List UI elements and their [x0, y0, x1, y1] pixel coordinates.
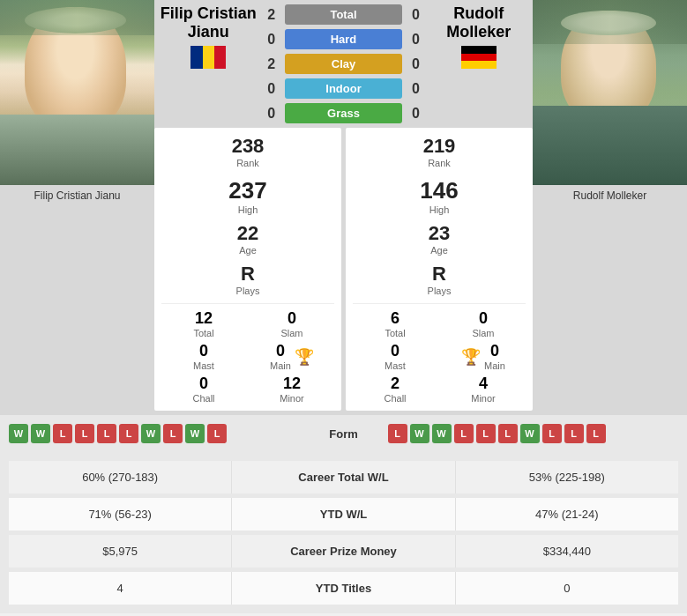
right-mast-label: Mast: [353, 360, 437, 371]
left-minor-value: 12: [250, 375, 334, 393]
right-age-box: 23 Age: [353, 219, 526, 259]
left-photo-area: Filip Cristian Jianu: [0, 0, 154, 411]
flag-stripe-blue: [190, 46, 202, 69]
form-section: WWLLLLWLWL Form LWWLLLWLLL: [0, 415, 687, 452]
right-main-stat: 0 Main: [484, 342, 505, 371]
left-slam-label: Slam: [250, 328, 334, 338]
clay-score-left: 2: [263, 56, 280, 72]
right-slam-label: Slam: [441, 328, 526, 338]
left-slam-stat: 0 Slam: [250, 309, 334, 338]
right-flag: [424, 46, 533, 69]
left-form-badge-3: L: [75, 424, 94, 443]
total-label: Total: [330, 8, 356, 21]
right-form-badge-2: W: [432, 424, 452, 443]
right-main-value: 0: [484, 342, 505, 360]
total-score-right: 0: [407, 7, 424, 23]
right-main-label: Main: [484, 360, 505, 371]
left-minor-stat: 12 Minor: [250, 375, 334, 404]
indoor-score-right: 0: [407, 81, 424, 97]
prize-money-label: Career Prize Money: [231, 535, 455, 568]
right-name-under-text: Rudolf Molleker: [573, 189, 646, 202]
right-form-badge-9: L: [586, 424, 606, 443]
right-form-badge-6: W: [520, 424, 540, 443]
right-player-name: Rudolf Molleker: [424, 4, 533, 123]
right-plays-label: Plays: [353, 286, 526, 296]
flag-stripe-yellow: [203, 46, 214, 69]
right-high-box: 146 High: [353, 174, 526, 219]
right-form-badge-5: L: [498, 424, 518, 443]
left-form-badge-2: L: [53, 424, 72, 443]
left-minor-label: Minor: [250, 393, 334, 404]
left-high-label: High: [161, 204, 334, 215]
left-name-line2: Jianu: [154, 23, 263, 41]
left-trophy-icon: 🏆: [295, 347, 314, 367]
clay-row: 2 Clay 0: [263, 54, 425, 74]
right-total-value: 6: [353, 309, 437, 328]
right-player-photo: [533, 0, 687, 185]
total-badge: Total: [285, 4, 403, 25]
right-chall-stat: 2 Chall: [353, 375, 437, 404]
left-form-badge-9: L: [207, 424, 227, 443]
grass-score-left: 0: [263, 106, 280, 122]
left-high-box: 237 High: [161, 174, 334, 219]
right-minor-stat: 4 Minor: [441, 375, 526, 404]
indoor-badge: Indoor: [285, 78, 403, 99]
left-player-photo: [0, 0, 154, 185]
left-age-box: 22 Age: [161, 219, 334, 259]
ytd-titles-label: YTD Titles: [231, 572, 455, 605]
right-chall-value: 2: [353, 375, 437, 393]
right-rank-value: 219: [353, 135, 526, 158]
main-wrapper: Filip Cristian Jianu Filip Cristian Jian…: [0, 0, 687, 613]
right-age-label: Age: [353, 245, 526, 256]
left-mast-label: Mast: [161, 360, 246, 371]
right-stats-panel: 219 Rank 146 High 23 Age R Plays: [346, 128, 533, 411]
left-main-with-trophy: 0 Main 🏆: [250, 342, 334, 371]
hard-score-left: 0: [263, 32, 280, 48]
right-form-badge-8: L: [564, 424, 584, 443]
right-total-stat: 6 Total: [353, 309, 437, 338]
right-mast-stat: 0 Mast: [353, 342, 437, 371]
right-form-badge-3: L: [454, 424, 474, 443]
left-player-name: Filip Cristian Jianu: [154, 4, 263, 123]
left-rank-label: Rank: [161, 158, 334, 168]
romania-flag: [190, 46, 226, 69]
left-form-badge-4: L: [97, 424, 116, 443]
left-form-badge-1: W: [31, 424, 50, 443]
left-mast-value: 0: [161, 342, 246, 360]
left-form-badge-0: W: [9, 424, 28, 443]
left-plays-value: R: [161, 263, 334, 286]
flag-stripe-red: [214, 46, 226, 69]
right-mast-value: 0: [353, 342, 437, 360]
left-main-value: 0: [270, 342, 291, 360]
form-row: WWLLLLWLWL Form LWWLLLWLLL: [9, 424, 678, 443]
left-main-label: Main: [270, 360, 291, 371]
clay-label: Clay: [332, 57, 355, 71]
left-rank-value: 238: [161, 135, 334, 158]
left-name-line1: Filip Cristian: [154, 4, 263, 23]
left-name-under-text: Filip Cristian Jianu: [34, 189, 120, 202]
ytd-titles-row: 4 YTD Titles 0: [9, 572, 678, 605]
left-stats-panel: 238 Rank 237 High 22 Age R Plays: [154, 128, 341, 411]
career-total-right: 53% (225-198): [456, 461, 678, 494]
right-form-badge-0: L: [388, 424, 407, 443]
grass-label: Grass: [327, 107, 360, 120]
left-mast-stat: 0 Mast: [161, 342, 246, 371]
right-total-label: Total: [353, 328, 437, 338]
left-plays-box: R Plays: [161, 259, 334, 300]
right-player-name-under: Rudolf Molleker: [533, 185, 687, 206]
right-form-badge-7: L: [542, 424, 562, 443]
hard-row: 0 Hard 0: [263, 29, 425, 49]
right-stats-grid: 6 Total 0 Slam 0 Mast: [353, 309, 526, 404]
grass-score-right: 0: [407, 106, 424, 122]
indoor-row: 0 Indoor 0: [263, 78, 425, 99]
right-minor-value: 4: [441, 375, 526, 393]
clay-badge: Clay: [285, 54, 403, 74]
two-col-stats: 238 Rank 237 High 22 Age R Plays: [154, 128, 533, 411]
right-chall-label: Chall: [353, 393, 437, 404]
flag-stripe-black: [461, 46, 497, 54]
right-age-value: 23: [353, 222, 526, 245]
right-plays-value: R: [353, 263, 526, 286]
left-chall-stat: 0 Chall: [161, 375, 246, 404]
grass-badge: Grass: [285, 103, 403, 123]
left-main-stat: 0 Main: [270, 342, 291, 371]
